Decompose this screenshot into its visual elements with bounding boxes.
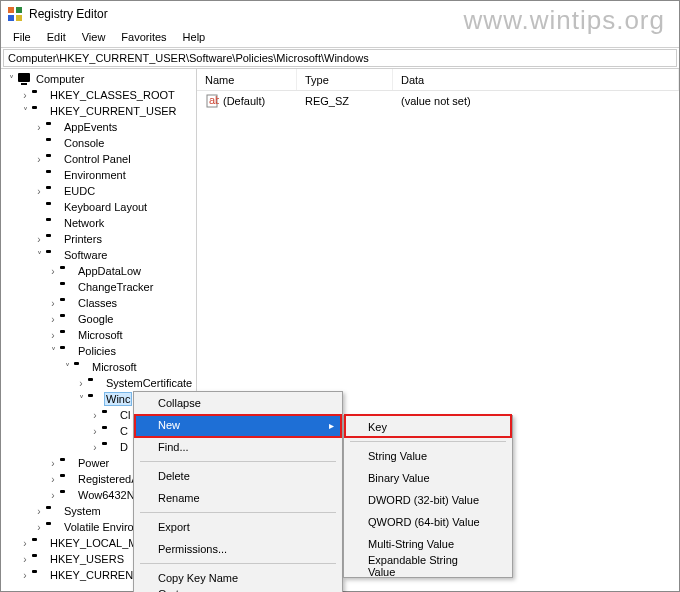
tree-item-computer[interactable]: ˅Computer — [1, 71, 196, 87]
expand-toggle[interactable]: › — [47, 266, 59, 277]
tree-item-printers[interactable]: ›Printers — [1, 231, 196, 247]
ctx-new-item-qword-64-bit-value[interactable]: QWORD (64-bit) Value — [344, 511, 512, 533]
expand-toggle[interactable]: › — [33, 506, 45, 517]
expand-toggle[interactable]: › — [89, 410, 101, 421]
expand-toggle[interactable]: › — [47, 490, 59, 501]
value-data: (value not set) — [401, 95, 679, 107]
tree-label: Network — [62, 217, 106, 229]
tree-item-console[interactable]: Console — [1, 135, 196, 151]
expand-toggle[interactable]: › — [47, 298, 59, 309]
context-menu[interactable]: CollapseNew▸Find...DeleteRenameExportPer… — [133, 391, 343, 592]
tree-item-control-panel[interactable]: ›Control Panel — [1, 151, 196, 167]
expand-toggle[interactable]: › — [47, 314, 59, 325]
ctx-new-item-dword-32-bit-value[interactable]: DWORD (32-bit) Value — [344, 489, 512, 511]
menu-view[interactable]: View — [74, 29, 114, 45]
tree-item-microsoft[interactable]: ›Microsoft — [1, 327, 196, 343]
tree-item-network[interactable]: Network — [1, 215, 196, 231]
expand-toggle[interactable]: ˅ — [61, 362, 73, 373]
tree-item-changetracker[interactable]: ChangeTracker — [1, 279, 196, 295]
tree-item-systemcertificate[interactable]: ›SystemCertificate — [1, 375, 196, 391]
menu-file[interactable]: File — [5, 29, 39, 45]
menu-edit[interactable]: Edit — [39, 29, 74, 45]
tree-item-hkey-current-user[interactable]: ˅HKEY_CURRENT_USER — [1, 103, 196, 119]
tree-label: Volatile Enviro — [62, 521, 136, 533]
tree-item-environment[interactable]: Environment — [1, 167, 196, 183]
ctx-item-new[interactable]: New▸ — [134, 414, 342, 436]
ctx-item-copy-key-name[interactable]: Copy Key Name — [134, 567, 342, 589]
tree-item-software[interactable]: ˅Software — [1, 247, 196, 263]
expand-toggle[interactable]: ˅ — [5, 74, 17, 85]
expand-toggle[interactable]: › — [89, 426, 101, 437]
tree-item-policies[interactable]: ˅Policies — [1, 343, 196, 359]
menu-item-label: DWORD (32-bit) Value — [368, 494, 479, 506]
ctx-item-rename[interactable]: Rename — [134, 487, 342, 509]
tree-label: Classes — [76, 297, 119, 309]
expand-toggle[interactable]: ˅ — [19, 106, 31, 117]
expand-toggle[interactable]: › — [47, 458, 59, 469]
expand-toggle[interactable]: › — [19, 538, 31, 549]
tree-item-hkey-classes-root[interactable]: ›HKEY_CLASSES_ROOT — [1, 87, 196, 103]
expand-toggle[interactable]: ˅ — [47, 346, 59, 357]
expand-toggle[interactable]: › — [33, 234, 45, 245]
context-submenu-new[interactable]: KeyString ValueBinary ValueDWORD (32-bit… — [343, 415, 513, 578]
registry-editor-window: www.wintips.org Registry Editor FileEdit… — [0, 0, 680, 592]
ctx-new-item-binary-value[interactable]: Binary Value — [344, 467, 512, 489]
list-row[interactable]: ab(Default)REG_SZ(value not set) — [197, 91, 679, 111]
expand-toggle[interactable]: › — [33, 154, 45, 165]
expand-toggle[interactable]: › — [89, 442, 101, 453]
tree-label: Power — [76, 457, 111, 469]
tree-label: HKEY_USERS — [48, 553, 126, 565]
ctx-item-collapse[interactable]: Collapse — [134, 392, 342, 414]
col-data[interactable]: Data — [393, 69, 679, 90]
title-bar: Registry Editor — [1, 1, 679, 27]
expand-toggle[interactable]: › — [19, 570, 31, 581]
tree-label: HKEY_LOCAL_MA — [48, 537, 147, 549]
ctx-new-item-string-value[interactable]: String Value — [344, 445, 512, 467]
ctx-item-export[interactable]: Export — [134, 516, 342, 538]
tree-item-microsoft[interactable]: ˅Microsoft — [1, 359, 196, 375]
ctx-item-delete[interactable]: Delete — [134, 465, 342, 487]
menu-item-label: Find... — [158, 441, 189, 453]
expand-toggle[interactable]: › — [33, 186, 45, 197]
ctx-new-item-key[interactable]: Key — [344, 416, 512, 438]
tree-label: D — [118, 441, 130, 453]
expand-toggle[interactable]: › — [75, 378, 87, 389]
tree-item-keyboard-layout[interactable]: Keyboard Layout — [1, 199, 196, 215]
tree-label: HKEY_CURRENT_USER — [48, 105, 179, 117]
expand-toggle[interactable]: › — [19, 90, 31, 101]
expand-toggle[interactable]: › — [33, 522, 45, 533]
svg-rect-5 — [16, 7, 22, 13]
tree-item-eudc[interactable]: ›EUDC — [1, 183, 196, 199]
ctx-new-item-expandable-string-value[interactable]: Expandable String Value — [344, 555, 512, 577]
tree-label: Control Panel — [62, 153, 133, 165]
menu-item-label: Delete — [158, 470, 190, 482]
expand-toggle[interactable]: › — [47, 474, 59, 485]
expand-toggle[interactable]: ˅ — [75, 394, 87, 405]
tree-label: Microsoft — [76, 329, 125, 341]
menu-favorites[interactable]: Favorites — [113, 29, 174, 45]
ctx-new-item-multi-string-value[interactable]: Multi-String Value — [344, 533, 512, 555]
menu-help[interactable]: Help — [175, 29, 214, 45]
col-type[interactable]: Type — [297, 69, 393, 90]
value-type: REG_SZ — [305, 95, 401, 107]
tree-item-appevents[interactable]: ›AppEvents — [1, 119, 196, 135]
tree-label: C — [118, 425, 130, 437]
tree-item-classes[interactable]: ›Classes — [1, 295, 196, 311]
submenu-arrow-icon: ▸ — [329, 420, 334, 431]
col-name[interactable]: Name — [197, 69, 297, 90]
menu-separator — [140, 461, 336, 462]
menu-bar: FileEditViewFavoritesHelp — [1, 27, 679, 47]
menu-item-label: Go to HKEY_LOCAL_MACHINE — [158, 588, 314, 592]
tree-item-google[interactable]: ›Google — [1, 311, 196, 327]
expand-toggle[interactable]: › — [47, 330, 59, 341]
expand-toggle[interactable]: › — [33, 122, 45, 133]
expand-toggle[interactable]: › — [19, 554, 31, 565]
address-input[interactable] — [3, 49, 677, 67]
ctx-item-permissions-[interactable]: Permissions... — [134, 538, 342, 560]
tree-label: Environment — [62, 169, 128, 181]
ctx-item-find-[interactable]: Find... — [134, 436, 342, 458]
address-bar — [1, 47, 679, 69]
tree-item-appdatalow[interactable]: ›AppDataLow — [1, 263, 196, 279]
expand-toggle[interactable]: ˅ — [33, 250, 45, 261]
menu-item-label: Expandable String Value — [368, 554, 484, 578]
